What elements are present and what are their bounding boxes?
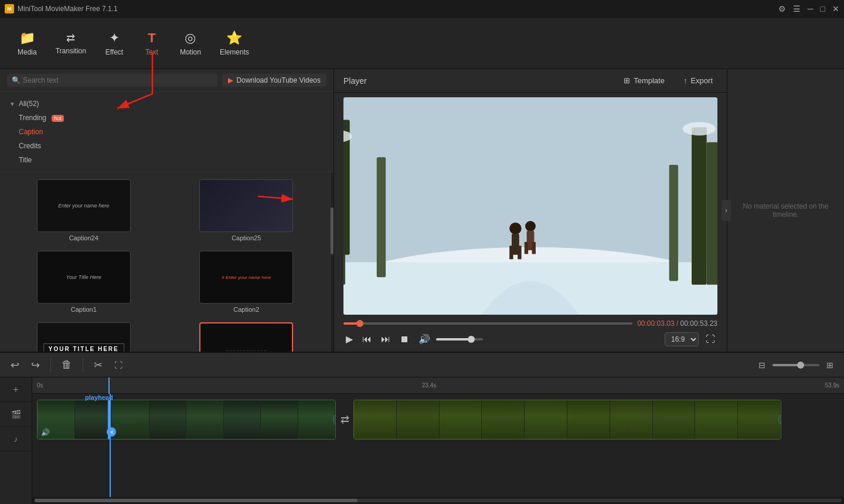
- effect-icon: ✦: [109, 30, 120, 46]
- nav-all[interactable]: ▼ All(52): [0, 97, 333, 111]
- nav-trending-label: Trending: [19, 114, 46, 122]
- add-track-btn[interactable]: +: [0, 377, 32, 402]
- zoom-bar[interactable]: [772, 364, 819, 366]
- aspect-ratio-select[interactable]: 16:9 4:3 1:1 9:16: [665, 332, 699, 346]
- youtube-download-btn[interactable]: ▶ Download YouTube Videos: [222, 74, 326, 87]
- fullscreen-btn[interactable]: ⛶: [703, 332, 717, 347]
- svg-rect-17: [525, 242, 528, 254]
- progress-bar[interactable]: [343, 322, 632, 325]
- volume-fill: [436, 338, 471, 340]
- prev-btn[interactable]: ⏮: [360, 332, 374, 347]
- right-panel: Player ⊞ Template ↑ Export: [334, 69, 727, 352]
- main-layout: 📁 Media ⇄ Transition ✦ Effect T Text ◎ M…: [0, 18, 844, 504]
- cut-btn[interactable]: ✂: [90, 356, 106, 374]
- caption24-label: Caption24: [69, 234, 98, 241]
- timeline-main: 0s 23.4s 53.9s playhead: [32, 377, 844, 504]
- crop-btn[interactable]: ⛶: [111, 358, 126, 372]
- video-track-icon[interactable]: 🎬: [0, 402, 32, 427]
- toolbar-transition-label: Transition: [56, 47, 86, 55]
- nav-trending[interactable]: Trending hot: [0, 111, 333, 125]
- minimize-btn[interactable]: ─: [808, 4, 814, 13]
- next-btn[interactable]: ⏭: [379, 332, 393, 347]
- settings-icon[interactable]: ⚙: [778, 4, 786, 13]
- search-input-wrap[interactable]: 🔍: [7, 74, 217, 87]
- left-nav: ▼ All(52) Trending hot Caption Credits T…: [0, 92, 333, 172]
- caption4-thumb: _ _ _ _ _ _ _ _ _ _ _ _ +: [199, 322, 293, 352]
- toolbar-motion[interactable]: ◎ Motion: [172, 27, 209, 60]
- close-btn[interactable]: ✕: [832, 4, 839, 13]
- arrow-right-icon[interactable]: ›: [722, 200, 731, 221]
- volume-bar[interactable]: [436, 338, 483, 340]
- export-icon: ↑: [683, 76, 688, 85]
- zoom-handle[interactable]: [797, 362, 804, 369]
- caption-item-caption4[interactable]: _ _ _ _ _ _ _ _ _ _ _ _ + Caption4: [168, 320, 326, 352]
- toolbar-effect[interactable]: ✦ Effect: [97, 27, 132, 60]
- timeline-content: + 🎬 ♪ 0s 23.4s 53.9s: [0, 377, 844, 504]
- caption-item-caption1[interactable]: Your Title Here Caption1: [5, 248, 163, 315]
- text-icon: T: [148, 30, 155, 46]
- tl-divider-2: [83, 358, 83, 372]
- nav-title[interactable]: Title: [0, 153, 333, 167]
- app-icon: M: [5, 4, 14, 13]
- player-header-right: ⊞ Template ↑ Export: [619, 74, 717, 87]
- transition-icon: ⇄: [66, 32, 75, 45]
- gap-icon: ⇄: [341, 413, 349, 426]
- volume-handle[interactable]: [468, 336, 475, 343]
- svg-rect-7: [377, 157, 386, 277]
- zoom-out-btn[interactable]: ⊟: [755, 358, 769, 372]
- nav-caption-label: Caption: [19, 128, 43, 136]
- template-icon: ⊞: [624, 76, 630, 85]
- redo-btn[interactable]: ↪: [28, 356, 43, 374]
- player-title: Player: [343, 76, 367, 86]
- scrollbar-track[interactable]: [35, 499, 842, 502]
- timeline-left-controls: + 🎬 ♪: [0, 377, 32, 504]
- titlebar-title: MiniTool MovieMaker Free 7.1.1: [18, 5, 118, 13]
- svg-rect-8: [669, 165, 678, 281]
- no-material-msg: No material selected on the timeline.: [737, 202, 835, 219]
- stop-btn[interactable]: ⏹: [397, 332, 411, 347]
- grid-scrollbar[interactable]: [330, 172, 333, 352]
- player-video: [343, 97, 717, 315]
- svg-rect-14: [518, 246, 521, 259]
- video-clip-1[interactable]: ✕ 🔊 ⇄: [37, 400, 336, 440]
- caption-item-caption2[interactable]: # Enter your name here Caption2: [168, 248, 326, 315]
- caption1-thumb: Your Title Here: [37, 251, 131, 304]
- delete-btn[interactable]: 🗑: [58, 356, 76, 373]
- export-btn[interactable]: ↑ Export: [679, 74, 717, 87]
- search-input[interactable]: [23, 76, 213, 84]
- nav-credits[interactable]: Credits: [0, 139, 333, 153]
- menu-icon[interactable]: ☰: [793, 4, 801, 13]
- timeline-ruler: 0s 23.4s 53.9s: [32, 377, 844, 394]
- player-controls: 00:00:03.03 / 00:00:53.23 ▶ ⏮ ⏭ ⏹ 🔊: [334, 317, 727, 352]
- caption-item-caption25[interactable]: Caption25: [168, 177, 326, 244]
- toolbar-effect-label: Effect: [106, 48, 123, 56]
- caption-item-caption3[interactable]: YOUR TITLE HERE Caption3: [5, 320, 163, 352]
- template-btn[interactable]: ⊞ Template: [619, 74, 669, 87]
- volume-icon[interactable]: 🔊: [416, 331, 433, 347]
- caption2-label: Caption2: [233, 306, 259, 313]
- media-icon: 📁: [19, 30, 35, 46]
- toolbar-elements[interactable]: ⭐ Elements: [212, 27, 257, 60]
- controls-row: ▶ ⏮ ⏭ ⏹ 🔊 16:9 4:3 1:1: [343, 331, 717, 347]
- toolbar-text[interactable]: T Text: [134, 27, 169, 60]
- zoom-in-btn[interactable]: ⊞: [823, 358, 837, 372]
- ruler-mark-2: 53.9s: [825, 382, 839, 389]
- far-right-panel: › No material selected on the timeline.: [727, 69, 844, 352]
- maximize-btn[interactable]: □: [821, 4, 825, 13]
- svg-rect-13: [509, 246, 513, 259]
- caption-item-caption24[interactable]: Enter your name here Caption24: [5, 177, 163, 244]
- undo-btn[interactable]: ↩: [7, 356, 23, 374]
- toolbar-media[interactable]: 📁 Media: [9, 27, 45, 60]
- play-btn[interactable]: ▶: [343, 331, 355, 347]
- titlebar-left: M MiniTool MovieMaker Free 7.1.1: [5, 4, 118, 13]
- playhead-label: playhead: [85, 394, 113, 401]
- time-current: 00:00:03.03: [637, 319, 674, 328]
- toolbar-transition[interactable]: ⇄ Transition: [47, 28, 94, 59]
- nav-all-label: All(52): [19, 100, 39, 108]
- content-area: 🔍 ▶ Download YouTube Videos ▼ All(52) Tr…: [0, 69, 844, 352]
- audio-track-icon[interactable]: ♪: [0, 427, 32, 451]
- progress-handle[interactable]: [356, 320, 363, 327]
- video-clip-2[interactable]: ⇄: [353, 400, 781, 440]
- elements-icon: ⭐: [226, 30, 242, 46]
- nav-caption[interactable]: Caption: [0, 125, 333, 139]
